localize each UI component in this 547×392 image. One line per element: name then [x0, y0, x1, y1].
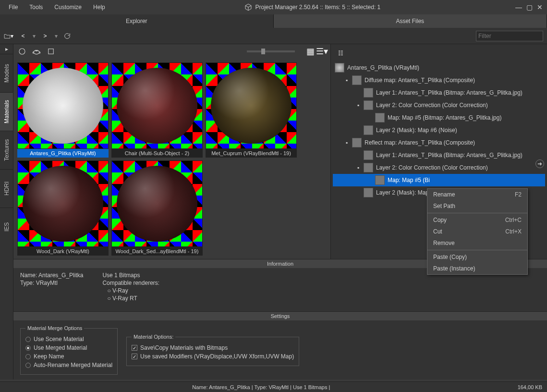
tree-toolbar: ☷ [333, 48, 545, 59]
material-swatch-icon [335, 63, 344, 73]
context-menu: RenameF2 Set Path CopyCtrl+C CutCtrl+X R… [427, 188, 528, 275]
top-tabbar: Explorer Asset Files [0, 14, 547, 28]
map-swatch-icon [352, 75, 362, 85]
menu-tools[interactable]: Tools [24, 2, 48, 12]
info-bitmaps: Use 1 Bitmaps [102, 272, 159, 279]
tree-node-selected[interactable]: Map: Map #5 (Bi [333, 174, 545, 186]
tree-node[interactable]: Layer 1: Antares_T_Plitka (Bitmap: Antar… [333, 149, 545, 161]
map-swatch-icon [364, 88, 373, 98]
radio-use-merged-material[interactable]: Use Merged Material [25, 343, 112, 352]
thumbnail-item[interactable]: Wood_Dark_Sed...ayBlendMtl - 19) [111, 160, 203, 256]
thumbnail-label: Met_Cuprum (VRayBlendMtl - 19) [206, 149, 297, 158]
titlebar: File Tools Customize Help Project Manage… [0, 0, 547, 14]
ctx-copy[interactable]: CopyCtrl+C [427, 214, 527, 226]
check-save-copy-bitmaps[interactable]: ✓Save\Copy Materials with Bitmaps [132, 343, 294, 352]
tab-asset-files[interactable]: Asset Files [274, 14, 547, 28]
maximize-button[interactable]: ▢ [526, 4, 533, 11]
map-swatch-icon [364, 188, 373, 197]
side-tabs: ▸ Models Materials Textures HDRI IES [0, 44, 13, 380]
window-title: Project Manager 2.50.64 :: Items: 5 :: S… [110, 3, 515, 11]
thumbnail-label: Antares_G_Plitka (VRayMtl) [17, 149, 109, 158]
check-use-saved-modifiers[interactable]: ✓Use saved Modifiers (VRayDisplace,UVW X… [132, 352, 294, 361]
main-menu: File Tools Customize Help [4, 2, 110, 12]
tree-node[interactable]: Map: Map #5 (Bitmap: Antares_G_Plitka.jp… [333, 111, 545, 124]
menu-customize[interactable]: Customize [49, 2, 86, 12]
window-controls: — ▢ ✕ [515, 4, 543, 11]
nav-forward-icon[interactable]: > [40, 31, 50, 41]
tree-root[interactable]: Antares_G_Plitka (VRayMtl) [333, 61, 545, 74]
nav-toolbar: ▾ < ▾ > ▾ [0, 28, 547, 44]
teapot-preview-icon[interactable] [32, 47, 41, 56]
info-renderer-vrayrt: ○ V-Ray RT [102, 295, 159, 302]
thumbnail-item[interactable]: Antares_G_Plitka (VRayMtl) [17, 62, 109, 158]
ctx-separator [427, 250, 527, 250]
material-merge-options: Material Merge Options Use Scene Materia… [20, 325, 118, 375]
svg-point-0 [19, 49, 25, 54]
app-icon [244, 3, 252, 11]
sidetab-ies[interactable]: IES [0, 208, 13, 246]
tree-node[interactable]: Layer 1: Antares_T_Plitka (Bitmap: Antar… [333, 86, 545, 99]
view-mode-icons: ▦ ☰▾ [305, 47, 327, 56]
radio-auto-rename[interactable]: Auto-Rename Merged Material [25, 361, 112, 369]
thumbnail-zoom-slider[interactable] [247, 50, 295, 52]
svg-rect-2 [49, 49, 54, 54]
collapse-icon[interactable]: ▪ [344, 137, 349, 148]
info-renderer-vray: ○ V-Ray [102, 287, 159, 294]
options-legend: Material Options: [132, 334, 175, 340]
thumbnail-label: Chair (Multi-Sub-Object - 2) [111, 149, 203, 158]
settings-body: Material Merge Options Use Scene Materia… [13, 320, 547, 380]
radio-use-scene-material[interactable]: Use Scene Material [25, 335, 112, 343]
nav-back-icon[interactable]: < [18, 31, 28, 41]
map-swatch-icon [375, 175, 385, 185]
section-header-settings[interactable]: Settings [13, 312, 547, 320]
status-bar: Name: Antares_G_Plitka | Type: VRayMtl |… [0, 381, 547, 392]
status-text: Name: Antares_G_Plitka | Type: VRayMtl |… [5, 384, 518, 390]
material-preview-icon [17, 62, 109, 149]
tree-list-icon[interactable]: ☷ [336, 49, 345, 58]
thumbnail-label: Wood_Dark (VRayMtl) [17, 247, 109, 256]
grid-toolbar: ▦ ☰▾ [13, 44, 330, 59]
sphere-preview-icon[interactable] [17, 47, 27, 56]
collapse-icon[interactable]: ▪ [356, 162, 361, 173]
sidetab-textures[interactable]: Textures [0, 131, 13, 169]
ctx-paste-instance: Paste (Instance) [427, 263, 527, 274]
thumbnail-item[interactable]: Met_Cuprum (VRayBlendMtl - 19) [206, 62, 297, 158]
folder-dropdown-icon[interactable]: ▾ [4, 31, 13, 41]
tree-node[interactable]: ▪Diffuse map: Antares_T_Plitka (Composit… [333, 74, 545, 86]
collapse-icon[interactable]: ▪ [344, 75, 349, 86]
list-view-icon[interactable]: ☰▾ [317, 47, 327, 56]
thumbnail-grid: Antares_G_Plitka (VRayMtl) Chair (Multi-… [13, 59, 330, 259]
settings-section: Settings Material Merge Options Use Scen… [13, 311, 547, 380]
thumbnail-label: Wood_Dark_Sed...ayBlendMtl - 19) [111, 247, 203, 256]
sidetab-materials[interactable]: Materials [0, 92, 13, 131]
ctx-remove[interactable]: Remove [427, 237, 527, 249]
tree-node[interactable]: ▪Reflect map: Antares_T_Plitka (Composit… [333, 136, 545, 149]
expand-side-icon[interactable]: ▸ [0, 44, 13, 54]
tab-explorer[interactable]: Explorer [0, 14, 274, 28]
tree-node[interactable]: Layer 2 (Mask): Map #6 (Noise) [333, 124, 545, 136]
menu-help[interactable]: Help [88, 2, 110, 12]
locate-arrow-button[interactable]: ➜ [535, 159, 544, 168]
ctx-paste-copy: Paste (Copy) [427, 251, 527, 263]
thumbnail-item[interactable]: Chair (Multi-Sub-Object - 2) [111, 62, 203, 158]
map-swatch-icon [364, 150, 373, 160]
ctx-rename[interactable]: RenameF2 [427, 189, 527, 200]
map-swatch-icon [364, 125, 373, 135]
sidetab-hdri[interactable]: HDRI [0, 169, 13, 208]
tree-node[interactable]: ▪Layer 2: Color Correction (Color Correc… [333, 161, 545, 174]
filter-input[interactable] [476, 31, 543, 41]
box-preview-icon[interactable] [46, 47, 56, 56]
grid-view-icon[interactable]: ▦ [305, 47, 315, 56]
collapse-icon[interactable]: ▪ [356, 100, 361, 110]
radio-keep-name[interactable]: Keep Name [25, 352, 112, 361]
ctx-set-path[interactable]: Set Path [427, 200, 527, 212]
refresh-icon[interactable] [62, 31, 72, 41]
thumbnail-item[interactable]: Wood_Dark (VRayMtl) [17, 160, 109, 256]
minimize-button[interactable]: — [515, 4, 522, 11]
menu-file[interactable]: File [4, 2, 23, 12]
map-swatch-icon [352, 138, 362, 147]
close-button[interactable]: ✕ [536, 4, 543, 11]
sidetab-models[interactable]: Models [0, 54, 13, 92]
ctx-cut[interactable]: CutCtrl+X [427, 226, 527, 237]
tree-node[interactable]: ▪Layer 2: Color Correction (Color Correc… [333, 99, 545, 111]
